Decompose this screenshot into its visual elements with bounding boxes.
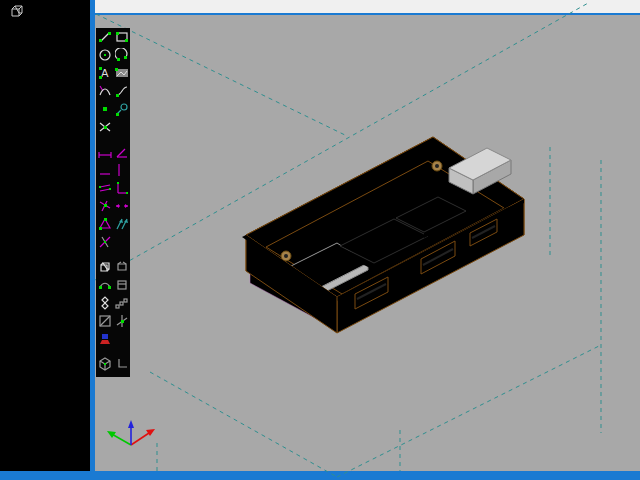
tool-tangent-arc[interactable] — [113, 82, 130, 100]
tool-align-view-to-workplane[interactable] — [96, 330, 113, 348]
tool-split-curves[interactable] — [96, 118, 113, 136]
tool-cubic-bezier[interactable] — [96, 82, 113, 100]
tool-equal-constraint[interactable] — [96, 215, 113, 233]
tool-image[interactable] — [113, 64, 130, 82]
tool-circle[interactable] — [96, 46, 113, 64]
tool-other-angle[interactable] — [96, 233, 113, 251]
tool-helix-group[interactable] — [113, 276, 130, 294]
tool-angle-dimension[interactable] — [113, 143, 130, 161]
svg-text:A: A — [101, 67, 109, 80]
tool-parallel-constraint[interactable] — [96, 179, 113, 197]
tool-arc[interactable] — [113, 46, 130, 64]
tool-reference-dimension[interactable] — [113, 233, 130, 251]
tool-translate-copy-group[interactable] — [113, 294, 130, 312]
tool-point-on-line[interactable] — [96, 197, 113, 215]
tool-rotate-copy-group[interactable] — [96, 294, 113, 312]
toolbar[interactable]: A — [96, 28, 130, 377]
tool-vertical-constraint[interactable] — [113, 161, 130, 179]
tool-link-group[interactable] — [96, 312, 113, 330]
tool-horizontal-constraint[interactable] — [96, 161, 113, 179]
tool-line-segment[interactable] — [96, 28, 113, 46]
tool-nearest-ortho-view[interactable] — [113, 355, 130, 373]
tool-text[interactable]: A — [96, 64, 113, 82]
tool-rectangle[interactable] — [113, 28, 130, 46]
tool-nearest-isometric-view[interactable] — [96, 355, 113, 373]
tool-same-orientation[interactable] — [113, 215, 130, 233]
tool-construction[interactable] — [113, 100, 130, 118]
tool-perpendicular-constraint[interactable] — [113, 179, 130, 197]
tool-distance-dimension[interactable] — [96, 143, 113, 161]
tool-symmetric-constraint[interactable] — [113, 197, 130, 215]
tool-datum-point[interactable] — [96, 100, 113, 118]
tool-revolve-group[interactable] — [96, 276, 113, 294]
tool-extrude-group[interactable] — [96, 258, 113, 276]
model-pi-zero-case[interactable] — [242, 137, 524, 333]
axis-indicator — [107, 420, 155, 445]
tool-lathe-group[interactable] — [113, 258, 130, 276]
tool-new-workplane-group[interactable] — [113, 312, 130, 330]
